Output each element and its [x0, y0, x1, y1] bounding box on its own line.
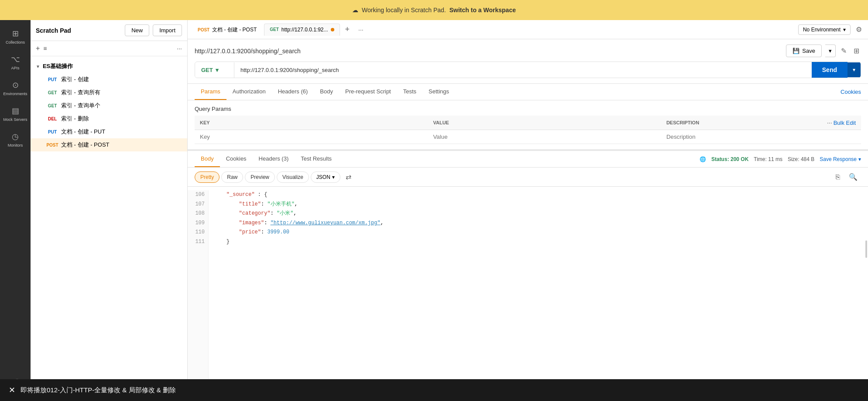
tab-get-active[interactable]: GET http://127.0.0.1:92... [264, 24, 340, 36]
resp-tab-headers[interactable]: Headers (3) [253, 151, 295, 167]
notification-close-btn[interactable]: ✕ [9, 385, 15, 395]
item-label-get-one: 索引 - 查询单个 [61, 102, 100, 110]
environment-selector[interactable]: No Environment ▾ [798, 24, 851, 35]
tab-params[interactable]: Params [195, 84, 226, 100]
add-tab-btn[interactable]: + [342, 23, 353, 36]
params-section: Query Params KEY VALUE DESCRIPTION [188, 100, 868, 149]
send-dropdown-btn[interactable]: ▾ [847, 62, 861, 77]
sidebar-item-apis[interactable]: ⌥ APIs [2, 50, 28, 74]
env-label: No Environment [803, 27, 841, 33]
grid-icon-btn[interactable]: ⊞ [852, 45, 861, 57]
collection-item-put-index[interactable]: PUT 索引 - 创建 [31, 73, 187, 86]
collection-item-put-doc[interactable]: PUT 文档 - 创建 - PUT [31, 125, 187, 138]
tab-headers[interactable]: Headers (6) [272, 84, 314, 100]
item-label-put-index: 索引 - 创建 [61, 75, 89, 83]
edit-icon-btn[interactable]: ✎ [839, 45, 848, 57]
cookies-link[interactable]: Cookies [841, 84, 861, 99]
method-selector[interactable]: GET ▾ [195, 62, 234, 78]
key-input[interactable] [200, 134, 422, 140]
sidebar-item-monitors[interactable]: ◷ Monitors [2, 127, 28, 151]
tab-post-doc[interactable]: POST 文档 - 创建 - POST [192, 23, 262, 36]
pretty-btn[interactable]: Pretty [195, 171, 220, 183]
col-actions: ··· Bulk Edit [794, 116, 861, 130]
env-settings-btn[interactable]: ⚙ [854, 24, 864, 35]
table-more-btn[interactable]: ··· [827, 119, 832, 126]
preview-btn[interactable]: Preview [245, 171, 275, 183]
time-info: Time: 11 ms [754, 156, 782, 162]
resp-tab-tests[interactable]: Test Results [295, 151, 338, 167]
tab-get-method: GET [270, 27, 279, 32]
chevron-down-icon-save: ▾ [858, 156, 861, 162]
unsaved-dot [331, 28, 334, 31]
sidebar-item-collections[interactable]: ⊞ Collections [2, 24, 28, 48]
format-options-btn[interactable]: ⇄ [342, 171, 355, 183]
add-collection-btn[interactable]: + [36, 45, 40, 52]
collection-item-get-one[interactable]: GET 索引 - 查询单个 [31, 99, 187, 112]
apis-icon: ⌥ [11, 55, 20, 64]
chevron-down-icon-method: ▾ [216, 67, 219, 73]
description-input[interactable] [666, 134, 789, 140]
collection-item-post-doc[interactable]: POST 文档 - 创建 - POST [31, 138, 187, 151]
sort-btn[interactable]: ≡ [43, 45, 47, 52]
sidebar-label-mock-servers: Mock Servers [3, 117, 27, 122]
copy-btn[interactable]: ⎘ [832, 171, 844, 183]
environments-icon: ⊙ [12, 80, 19, 90]
search-btn[interactable]: 🔍 [845, 171, 861, 183]
import-button[interactable]: Import [153, 24, 182, 36]
item-label-del: 索引 - 删除 [61, 115, 89, 123]
collection-group-name: ES基础操作 [43, 62, 73, 70]
collection-group-header[interactable]: ▼ ES基础操作 [31, 60, 187, 73]
cloud-icon: ☁ [352, 7, 358, 14]
request-area: http://127.0.0.1:9200/shopping/_search 💾… [188, 39, 868, 84]
tabs-more-btn[interactable]: ··· [355, 24, 367, 35]
format-dropdown[interactable]: JSON ▾ [311, 171, 340, 183]
sidebar-label-apis: APIs [11, 66, 19, 70]
sidebar-item-environments[interactable]: ⊙ Environments [2, 76, 28, 100]
icon-sidebar: ⊞ Collections ⌥ APIs ⊙ Environments ▤ Mo… [0, 20, 31, 401]
collection-item-get-all[interactable]: GET 索引 - 查询所有 [31, 86, 187, 99]
resp-tab-cookies[interactable]: Cookies [220, 151, 253, 167]
value-cell[interactable] [428, 130, 661, 144]
main-content: POST 文档 - 创建 - POST GET http://127.0.0.1… [188, 20, 868, 401]
scroll-indicator [865, 240, 867, 258]
post-badge-doc: POST [46, 143, 58, 147]
save-dropdown-btn[interactable]: ▾ [825, 45, 836, 57]
response-tabs-bar: Body Cookies Headers (3) Test Results 🌐 … [188, 151, 868, 168]
tab-tests[interactable]: Tests [397, 84, 422, 100]
tab-body[interactable]: Body [314, 84, 339, 100]
visualize-btn[interactable]: Visualize [277, 171, 309, 183]
resp-tab-body[interactable]: Body [195, 151, 220, 167]
method-value: GET [201, 67, 213, 73]
top-banner: ☁ Working locally in Scratch Pad. Switch… [0, 0, 868, 20]
params-empty-row [195, 130, 861, 144]
tab-bar: POST 文档 - 创建 - POST GET http://127.0.0.1… [188, 20, 868, 39]
send-label: Send [822, 66, 837, 73]
switch-workspace-link[interactable]: Switch to a Workspace [449, 7, 516, 14]
url-input[interactable] [234, 62, 812, 78]
status-badge: Status: 200 OK [711, 156, 748, 162]
value-input[interactable] [433, 134, 655, 140]
new-button[interactable]: New [125, 24, 149, 36]
collection-item-del[interactable]: DEL 索引 - 删除 [31, 112, 187, 125]
tab-post-label: 文档 - 创建 - POST [212, 26, 257, 34]
description-cell[interactable] [661, 130, 794, 144]
tab-settings[interactable]: Settings [422, 84, 455, 100]
save-button[interactable]: 💾 Save [786, 45, 822, 57]
collections-more-btn[interactable]: ··· [177, 45, 182, 52]
sidebar-item-mock-servers[interactable]: ▤ Mock Servers [2, 102, 28, 126]
send-button[interactable]: Send [812, 62, 847, 78]
raw-btn[interactable]: Raw [221, 171, 243, 183]
json-content: "_source" : { "title": "小米手机", "category… [209, 190, 868, 398]
tab-authorization[interactable]: Authorization [226, 84, 272, 100]
sidebar-label-environments: Environments [3, 92, 27, 96]
bulk-edit-btn[interactable]: Bulk Edit [834, 120, 856, 126]
globe-icon: 🌐 [700, 156, 706, 162]
mock-servers-icon: ▤ [12, 106, 19, 116]
request-tabs-bar: Params Authorization Headers (6) Body Pr… [188, 84, 868, 100]
save-response-btn[interactable]: Save Response ▾ [820, 156, 861, 162]
key-cell[interactable] [195, 130, 428, 144]
get-badge-one: GET [46, 103, 58, 108]
collections-panel: Scratch Pad New Import + ≡ ··· ▼ ES基础操作 … [31, 20, 188, 401]
item-label-post-doc: 文档 - 创建 - POST [61, 141, 110, 149]
tab-pre-request[interactable]: Pre-request Script [339, 84, 397, 100]
